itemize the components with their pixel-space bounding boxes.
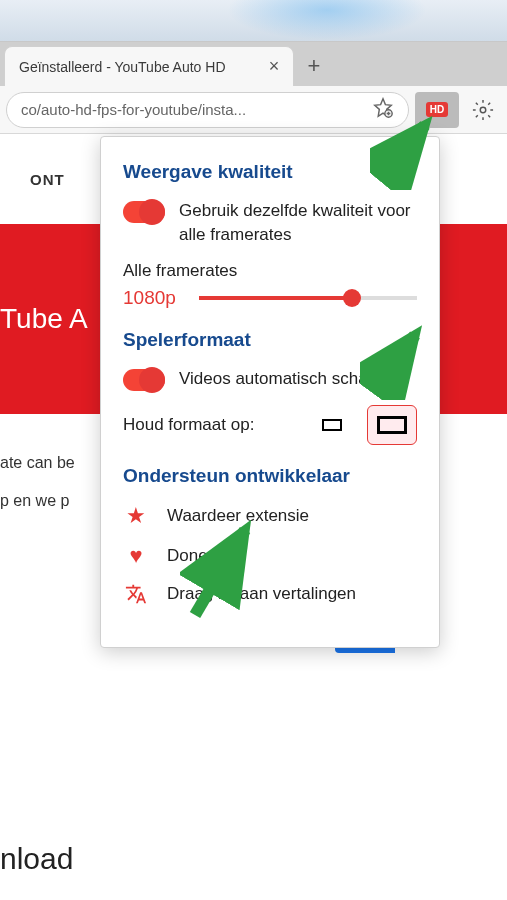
format-small-icon (322, 419, 342, 431)
slider-thumb[interactable] (343, 289, 361, 307)
window-titlebar (0, 0, 507, 42)
extension-button[interactable]: HD (415, 92, 459, 128)
format-large-button[interactable] (367, 405, 417, 445)
section-player-title: Spelerformaat (123, 329, 417, 351)
bg-nav-item: ONT (30, 171, 65, 188)
bg-download-heading: nload (0, 842, 73, 876)
toggle-autoscale[interactable] (123, 369, 165, 391)
label-keep-format: Houd formaat op: (123, 413, 254, 437)
heart-icon: ♥ (123, 543, 149, 569)
tab-title: Geïnstalleerd - YouTube Auto HD (19, 59, 257, 75)
translate-icon (123, 583, 149, 605)
svg-point-1 (480, 107, 486, 113)
slider-fill (199, 296, 352, 300)
translate-text: Draag bij aan vertalingen (167, 583, 356, 605)
label-same-quality: Gebruik dezelfde kwaliteit voor alle fra… (179, 199, 417, 247)
rate-extension-link[interactable]: ★ Waardeer extensie (123, 503, 417, 529)
quality-slider[interactable] (199, 296, 417, 300)
toggle-same-quality[interactable] (123, 201, 165, 223)
section-quality-title: Weergave kwaliteit (123, 161, 417, 183)
bg-left-text: ate can be p en we p (0, 444, 75, 653)
url-text: co/auto-hd-fps-for-youtube/insta... (21, 101, 364, 118)
label-all-framerates: Alle framerates (123, 261, 417, 281)
label-autoscale: Videos automatisch schalen (179, 367, 390, 391)
hd-badge-icon: HD (426, 102, 448, 117)
tab-strip: Geïnstalleerd - YouTube Auto HD × + (0, 42, 507, 86)
donate-link[interactable]: ♥ Doneren (123, 543, 417, 569)
new-tab-button[interactable]: + (294, 46, 334, 86)
browser-tab[interactable]: Geïnstalleerd - YouTube Auto HD × (4, 46, 294, 86)
star-icon: ★ (123, 503, 149, 529)
extension-popup: Weergave kwaliteit Gebruik dezelfde kwal… (100, 136, 440, 648)
close-icon[interactable]: × (265, 58, 283, 76)
rate-text: Waardeer extensie (167, 505, 309, 527)
section-support-title: Ondersteun ontwikkelaar (123, 465, 417, 487)
favorite-icon[interactable] (372, 97, 394, 123)
quality-value: 1080p (123, 287, 185, 309)
settings-icon[interactable] (465, 92, 501, 128)
donate-text: Doneren (167, 545, 232, 567)
bg-hero-text: Tube A (0, 303, 88, 335)
bg-text-line: ate can be (0, 444, 75, 482)
address-bar: co/auto-hd-fps-for-youtube/insta... HD (0, 86, 507, 134)
url-input[interactable]: co/auto-hd-fps-for-youtube/insta... (6, 92, 409, 128)
format-small-button[interactable] (307, 405, 357, 445)
format-large-icon (377, 416, 407, 434)
translate-link[interactable]: Draag bij aan vertalingen (123, 583, 417, 605)
format-options (307, 405, 417, 445)
bg-text-line: p en we p (0, 482, 75, 520)
